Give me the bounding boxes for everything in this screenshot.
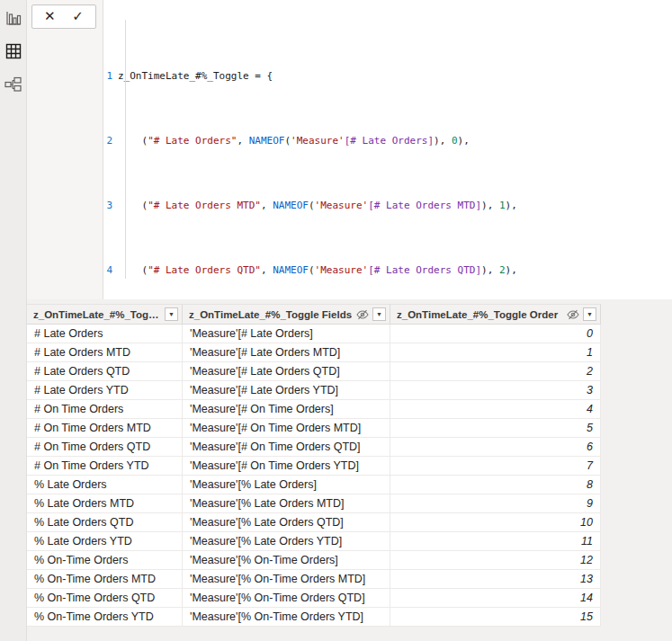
cell-toggle-order[interactable]: 11 xyxy=(390,532,601,550)
code-line: 3 ("# Late Orders MTD", NAMEOF('Measure'… xyxy=(103,198,672,214)
cell-toggle-field[interactable]: 'Measure'[# Late Orders MTD] xyxy=(183,343,390,361)
cell-toggle-name[interactable]: # On Time Orders MTD xyxy=(27,419,183,437)
cell-toggle-name[interactable]: # On Time Orders xyxy=(27,400,183,418)
commit-formula-button[interactable]: ✓ xyxy=(67,6,89,28)
cell-toggle-order[interactable]: 5 xyxy=(390,419,601,437)
cell-toggle-name[interactable]: % On-Time Orders YTD xyxy=(27,608,183,626)
cell-toggle-order[interactable]: 10 xyxy=(390,513,601,531)
report-view-button[interactable] xyxy=(4,8,23,28)
table-row[interactable]: % On-Time Orders 'Measure'[% On-Time Ord… xyxy=(27,551,601,570)
cell-toggle-field[interactable]: 'Measure'[# On Time Orders MTD] xyxy=(183,419,390,437)
cell-toggle-order[interactable]: 15 xyxy=(390,608,601,626)
table-row[interactable]: % Late Orders MTD 'Measure'[% Late Order… xyxy=(27,494,601,513)
table-row[interactable]: # Late Orders QTD 'Measure'[# Late Order… xyxy=(27,362,601,381)
column-header[interactable]: z_OnTimeLate_#%_Toggle ▼ xyxy=(27,304,183,325)
cell-toggle-field[interactable]: 'Measure'[# On Time Orders] xyxy=(183,400,390,418)
dax-code-editor[interactable]: 1 z_OnTimeLate_#%_Toggle = { 2 ("# Late … xyxy=(103,0,672,299)
cancel-formula-button[interactable]: ✕ xyxy=(39,6,60,28)
table-row[interactable]: % Late Orders 'Measure'[% Late Orders] 8 xyxy=(27,476,601,494)
cell-toggle-field[interactable]: 'Measure'[# Late Orders QTD] xyxy=(183,362,390,380)
line-number: 1 xyxy=(103,68,118,85)
cell-toggle-field[interactable]: 'Measure'[% Late Orders QTD] xyxy=(183,513,390,531)
indent-guide xyxy=(125,20,126,279)
table-row[interactable]: # On Time Orders QTD 'Measure'[# On Time… xyxy=(27,438,601,457)
cell-toggle-order[interactable]: 0 xyxy=(390,325,601,343)
grid-body: # Late Orders 'Measure'[# Late Orders] 0… xyxy=(27,325,601,627)
cell-toggle-name[interactable]: % Late Orders MTD xyxy=(27,494,183,512)
column-header[interactable]: z_OnTimeLate_#%_Toggle Order ▼ xyxy=(390,304,601,325)
table-row[interactable]: % On-Time Orders YTD 'Measure'[% On-Time… xyxy=(27,608,601,627)
table-row[interactable]: % Late Orders YTD 'Measure'[% Late Order… xyxy=(27,532,601,551)
column-filter-dropdown-button[interactable]: ▼ xyxy=(372,307,386,321)
table-row[interactable]: # Late Orders YTD 'Measure'[# Late Order… xyxy=(27,381,601,400)
cell-toggle-order[interactable]: 14 xyxy=(390,589,601,607)
cell-toggle-field[interactable]: 'Measure'[% On-Time Orders MTD] xyxy=(183,570,390,588)
table-row[interactable]: # Late Orders MTD 'Measure'[# Late Order… xyxy=(27,343,601,362)
hidden-column-eye-slash-icon xyxy=(356,309,369,320)
cell-toggle-field[interactable]: 'Measure'[% Late Orders MTD] xyxy=(183,494,390,512)
code-lines: 1 z_OnTimeLate_#%_Toggle = { 2 ("# Late … xyxy=(103,36,672,299)
cell-toggle-order[interactable]: 9 xyxy=(390,494,601,512)
cell-toggle-field[interactable]: 'Measure'[# On Time Orders QTD] xyxy=(183,438,390,456)
data-view-button[interactable] xyxy=(4,41,23,61)
cell-toggle-order[interactable]: 2 xyxy=(390,362,601,380)
cell-toggle-field[interactable]: 'Measure'[% Late Orders] xyxy=(183,476,390,494)
column-filter-dropdown-button[interactable]: ▼ xyxy=(165,307,178,321)
cell-toggle-order[interactable]: 12 xyxy=(390,551,601,569)
data-grid: z_OnTimeLate_#%_Toggle ▼ z_OnTimeLate_#%… xyxy=(27,304,601,627)
cell-toggle-name[interactable]: # Late Orders xyxy=(27,325,183,343)
cell-toggle-order[interactable]: 13 xyxy=(390,570,601,588)
line-number: 3 xyxy=(103,198,118,214)
table-row[interactable]: # Late Orders 'Measure'[# Late Orders] 0 xyxy=(27,325,601,343)
table-row[interactable]: % On-Time Orders QTD 'Measure'[% On-Time… xyxy=(27,589,601,608)
cell-toggle-name[interactable]: % Late Orders QTD xyxy=(27,513,183,531)
table-row[interactable]: % Late Orders QTD 'Measure'[% Late Order… xyxy=(27,513,601,532)
cell-toggle-field[interactable]: 'Measure'[% Late Orders YTD] xyxy=(183,532,390,550)
table-row[interactable]: % On-Time Orders MTD 'Measure'[% On-Time… xyxy=(27,570,601,589)
cell-toggle-order[interactable]: 8 xyxy=(390,476,601,494)
view-switcher-rail xyxy=(0,0,27,641)
line-number: 2 xyxy=(103,133,118,149)
cell-toggle-name[interactable]: % On-Time Orders MTD xyxy=(27,570,183,588)
table-row[interactable]: # On Time Orders YTD 'Measure'[# On Time… xyxy=(27,457,601,476)
column-header-label: z_OnTimeLate_#%_Toggle Order xyxy=(397,309,563,320)
cell-toggle-name[interactable]: # Late Orders QTD xyxy=(27,362,183,380)
cell-toggle-name[interactable]: % Late Orders YTD xyxy=(27,532,183,550)
cell-toggle-field[interactable]: 'Measure'[# Late Orders] xyxy=(183,325,390,343)
code-line: 2 ("# Late Orders", NAMEOF('Measure'[# L… xyxy=(103,133,672,149)
cell-toggle-name[interactable]: # On Time Orders QTD xyxy=(27,438,183,456)
powerbi-data-view: ✕ ✓ 1 z_OnTimeLate_#%_Toggle = { 2 ("# L… xyxy=(0,0,672,641)
line-number: 4 xyxy=(103,263,118,279)
table-row[interactable]: # On Time Orders 'Measure'[# On Time Ord… xyxy=(27,400,601,419)
table-grid-icon xyxy=(5,43,22,59)
code-line: 1 z_OnTimeLate_#%_Toggle = { xyxy=(103,68,672,85)
cell-toggle-order[interactable]: 3 xyxy=(390,381,601,399)
model-view-button[interactable] xyxy=(4,75,23,94)
cell-toggle-name[interactable]: # Late Orders MTD xyxy=(27,343,183,361)
model-diagram-icon xyxy=(4,76,22,93)
cell-toggle-order[interactable]: 1 xyxy=(390,343,601,361)
cell-toggle-field[interactable]: 'Measure'[% On-Time Orders QTD] xyxy=(183,589,390,607)
cell-toggle-name[interactable]: % On-Time Orders xyxy=(27,551,183,569)
column-header-label: z_OnTimeLate_#%_Toggle xyxy=(33,309,161,320)
main-pane: ✕ ✓ 1 z_OnTimeLate_#%_Toggle = { 2 ("# L… xyxy=(27,0,672,641)
cell-toggle-name[interactable]: # Late Orders YTD xyxy=(27,381,183,399)
cell-toggle-order[interactable]: 4 xyxy=(390,400,601,418)
cell-toggle-order[interactable]: 7 xyxy=(390,457,601,475)
bar-chart-icon xyxy=(5,10,22,26)
cell-toggle-name[interactable]: # On Time Orders YTD xyxy=(27,457,183,475)
cell-toggle-order[interactable]: 6 xyxy=(390,438,601,456)
code-text: ("# Late Orders", NAMEOF('Measure'[# Lat… xyxy=(118,133,470,149)
cell-toggle-field[interactable]: 'Measure'[% On-Time Orders] xyxy=(183,551,390,569)
dax-formula-area: ✕ ✓ 1 z_OnTimeLate_#%_Toggle = { 2 ("# L… xyxy=(27,0,672,299)
column-filter-dropdown-button[interactable]: ▼ xyxy=(583,307,596,321)
column-header[interactable]: z_OnTimeLate_#%_Toggle Fields ▼ xyxy=(183,304,390,325)
cell-toggle-name[interactable]: % On-Time Orders QTD xyxy=(27,589,183,607)
column-header-label: z_OnTimeLate_#%_Toggle Fields xyxy=(189,309,353,320)
cell-toggle-field[interactable]: 'Measure'[# Late Orders YTD] xyxy=(183,381,390,399)
cell-toggle-field[interactable]: 'Measure'[# On Time Orders YTD] xyxy=(183,457,390,475)
table-row[interactable]: # On Time Orders MTD 'Measure'[# On Time… xyxy=(27,419,601,438)
cell-toggle-name[interactable]: % Late Orders xyxy=(27,476,183,494)
cell-toggle-field[interactable]: 'Measure'[% On-Time Orders YTD] xyxy=(183,608,390,626)
formula-button-strip: ✕ ✓ xyxy=(27,0,103,299)
